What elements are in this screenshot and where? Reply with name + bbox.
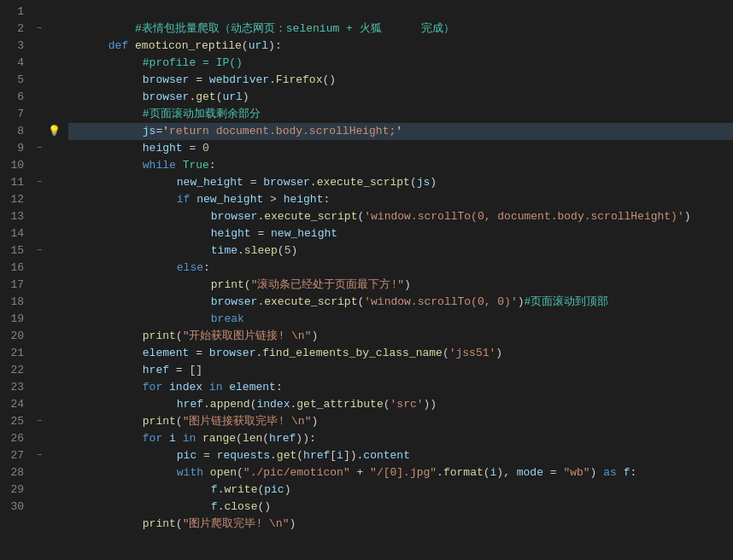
- line-numbers: 1 2 3 4 5 6 7 8 9 10 11 12 13 14 15 16 1…: [0, 3, 31, 516]
- gutter: − − − − − −: [31, 3, 48, 516]
- fold-icon-else[interactable]: −: [31, 242, 48, 260]
- bulb-column: 💡: [48, 3, 65, 516]
- func-name: emoticon_reptile: [135, 39, 242, 52]
- bulb-icon[interactable]: 💡: [48, 125, 61, 137]
- code-lines: #表情包批量爬取（动态网页：selenium + 火狐 完成） def emot…: [65, 3, 733, 516]
- fold-icon-while[interactable]: −: [31, 140, 48, 157]
- comment-title: #表情包批量爬取（动态网页：selenium + 火狐 完成）: [108, 22, 455, 35]
- fold-icon-def[interactable]: −: [31, 20, 48, 38]
- fold-icon-if[interactable]: −: [31, 174, 48, 191]
- keyword-def: def: [108, 39, 135, 52]
- fold-icon-with[interactable]: −: [31, 447, 48, 464]
- code-container: 1 2 3 4 5 6 7 8 9 10 11 12 13 14 15 16 1…: [0, 0, 733, 519]
- fold-icon-for[interactable]: −: [31, 413, 48, 430]
- line-1: #表情包批量爬取（动态网页：selenium + 火狐 完成）: [68, 3, 733, 20]
